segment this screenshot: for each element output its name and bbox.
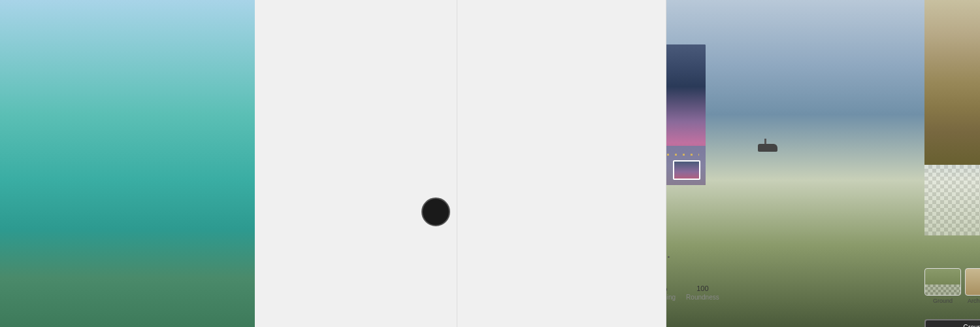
ship-silhouette [758, 144, 777, 152]
editor-panel-left: ‹ [255, 0, 457, 327]
ground-button[interactable]: Ground [924, 319, 980, 327]
background-left [0, 0, 255, 327]
transparent-area [924, 165, 980, 235]
category-architecture[interactable]: Architecture [965, 268, 980, 304]
roundness-label: Roundness [686, 294, 719, 301]
thumbnail-left[interactable] [673, 160, 700, 180]
roundness-control-item[interactable]: 100 Roundness [686, 284, 719, 301]
thumbnail-image-left [674, 162, 699, 179]
roundness-value: 100 [696, 284, 708, 292]
architecture-thumbnail [965, 268, 980, 296]
category-ground[interactable]: Ground [924, 268, 961, 304]
architecture-label: Architecture [968, 298, 980, 304]
ground-thumbnail [924, 268, 961, 296]
canvas-right[interactable]: ‹ [924, 0, 980, 235]
brush-cursor-circle [421, 198, 450, 226]
editor-panel-right: ‹ [457, 0, 666, 327]
bottom-buttons-right: Ground Architecture [924, 319, 980, 327]
category-thumbnails: Ground Architecture [924, 268, 980, 304]
ground-label: Ground [933, 298, 953, 304]
svg-point-5 [668, 256, 670, 258]
building-image [924, 0, 980, 165]
